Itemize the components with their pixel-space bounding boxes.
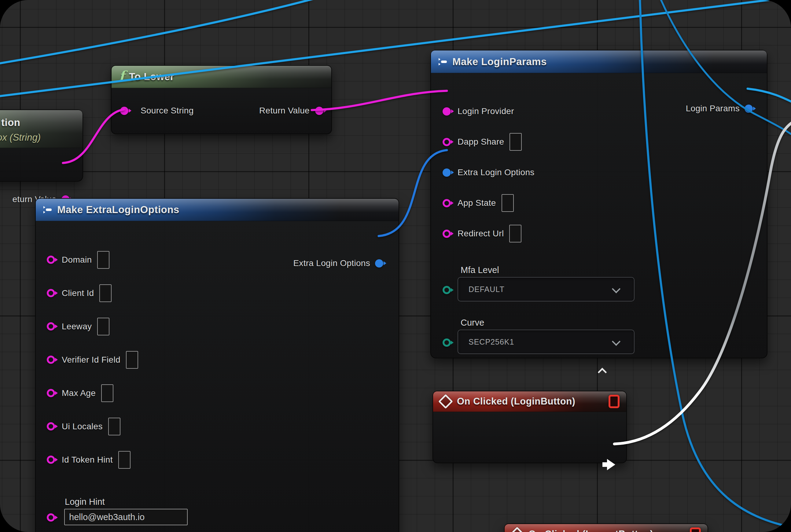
- blueprint-graph-canvas[interactable]: tion ox (String) eturn Value f To Lower …: [0, 0, 791, 532]
- node-make-login-params-header[interactable]: Make LoginParams: [431, 51, 767, 73]
- pin-row: CurveSECP256K1: [443, 302, 635, 354]
- client-id-pin[interactable]: [47, 289, 55, 297]
- pin-label: Extra Login Options: [293, 258, 370, 268]
- pin-label: Source String: [140, 106, 194, 116]
- app-state-text-input[interactable]: [502, 194, 514, 212]
- login-hint-text-input[interactable]: hello@web3auth.io: [64, 509, 188, 525]
- node-textbox-getter[interactable]: tion ox (String) eturn Value: [0, 110, 83, 182]
- pin-row: Mfa LevelDEFAULT: [443, 249, 635, 302]
- make-struct-icon: [42, 205, 52, 214]
- dropdown-value: DEFAULT: [468, 285, 505, 294]
- curve-pin[interactable]: [443, 339, 451, 347]
- pin-label: App State: [458, 198, 496, 208]
- wire-string-lower-to-params[interactable]: [312, 91, 447, 110]
- pin-tail: [451, 341, 454, 345]
- pin-row: Verifier Id Field: [47, 343, 188, 376]
- pin-label: Login Provider: [458, 107, 514, 116]
- verifier-id-field-pin[interactable]: [47, 356, 55, 364]
- pin-label: Return Value: [259, 106, 310, 116]
- node-on-clicked-logout-button-header[interactable]: On Clicked (LogoutButton): [505, 524, 708, 532]
- node-make-extra-login-options[interactable]: Make ExtraLoginOptions DomainClient IdLe…: [35, 198, 399, 532]
- pin-tail: [451, 288, 454, 292]
- pin-tail: [384, 261, 386, 265]
- node-title: On Clicked (LogoutButton): [528, 529, 654, 532]
- pin-tail: [753, 107, 756, 111]
- node-to-lower[interactable]: f To Lower Source String Return Value: [111, 65, 332, 134]
- pin-row: App State: [443, 188, 635, 218]
- redirect-url-text-input[interactable]: [509, 225, 521, 243]
- wire-blue-top-a[interactable]: [0, 0, 338, 65]
- node-title: tion: [1, 117, 20, 128]
- pin-label: Domain: [62, 255, 92, 265]
- node-textbox-getter-header[interactable]: tion ox (String): [0, 110, 82, 148]
- make-struct-icon: [438, 57, 447, 66]
- pin-tail: [55, 258, 58, 262]
- node-make-extra-login-options-header[interactable]: Make ExtraLoginOptions: [36, 199, 399, 221]
- id-token-hint-pin[interactable]: [47, 456, 55, 464]
- node-title: On Clicked (LoginButton): [457, 396, 575, 407]
- chevron-down-icon: [612, 285, 620, 293]
- pin-row: Max Age: [47, 376, 188, 410]
- node-on-clicked-logout-button[interactable]: On Clicked (LogoutButton): [504, 524, 708, 532]
- event-diamond-icon: [510, 527, 524, 532]
- id-token-hint-text-input[interactable]: [118, 451, 131, 469]
- redirect-url-pin[interactable]: [443, 230, 451, 238]
- pin-label: Max Age: [62, 388, 96, 398]
- pin-label: Login Hint: [65, 497, 188, 507]
- ui-locales-text-input[interactable]: [108, 418, 120, 435]
- exec-output-pin-icon[interactable]: [602, 458, 616, 471]
- app-state-pin[interactable]: [443, 199, 451, 207]
- dropdown-value: SECP256K1: [468, 338, 514, 346]
- max-age-pin[interactable]: [47, 389, 55, 397]
- node-make-login-params[interactable]: Make LoginParams Login ProviderDapp Shar…: [430, 50, 768, 358]
- curve-dropdown[interactable]: SECP256K1: [458, 329, 635, 354]
- pin-label: Id Token Hint: [62, 455, 113, 465]
- pin-row: Leeway: [47, 310, 188, 343]
- pin-row: Dapp Share: [443, 127, 635, 157]
- widget-event-icon: [690, 527, 701, 532]
- domain-text-input[interactable]: [97, 251, 110, 269]
- login-provider-pin[interactable]: [443, 107, 451, 116]
- domain-pin[interactable]: [47, 255, 55, 264]
- widget-event-icon: [609, 395, 619, 408]
- leeway-text-input[interactable]: [97, 318, 110, 336]
- event-diamond-icon: [438, 394, 453, 409]
- node-title: Make LoginParams: [452, 56, 547, 68]
- node-on-clicked-login-button[interactable]: On Clicked (LoginButton): [432, 391, 627, 463]
- pin-label: Leeway: [62, 322, 92, 331]
- login-hint-pin[interactable]: [47, 513, 55, 521]
- pin-tail: [451, 140, 454, 144]
- pin-row: Login Provider: [443, 96, 635, 127]
- node-title: Make ExtraLoginOptions: [57, 204, 179, 215]
- collapse-pins-chevron-icon[interactable]: [598, 367, 606, 375]
- pin-label: Dapp Share: [458, 137, 504, 147]
- pin-tail: [55, 324, 58, 328]
- extra-login-options-pin[interactable]: [375, 259, 383, 268]
- pin-row: Acr Values: [47, 525, 188, 532]
- node-on-clicked-login-button-header[interactable]: On Clicked (LoginButton): [433, 391, 626, 412]
- max-age-text-input[interactable]: [101, 384, 113, 402]
- pin-row: Ui Locales: [47, 410, 188, 443]
- extra-login-options-pin[interactable]: [443, 169, 451, 177]
- pin-tail: [451, 171, 454, 175]
- node-subtitle: ox (String): [0, 132, 41, 143]
- ui-locales-pin[interactable]: [47, 422, 55, 431]
- pin-row: Id Token Hint: [47, 443, 188, 476]
- dapp-share-pin[interactable]: [443, 138, 451, 146]
- verifier-id-field-text-input[interactable]: [126, 351, 138, 369]
- pin-tail: [55, 458, 58, 462]
- pin-label: Mfa Level: [461, 265, 635, 275]
- pin-tail: [451, 201, 454, 205]
- mfa-level-dropdown[interactable]: DEFAULT: [458, 277, 635, 302]
- dapp-share-text-input[interactable]: [509, 133, 522, 151]
- pin-label: Client Id: [62, 288, 94, 298]
- pin-label: Ui Locales: [62, 422, 103, 432]
- leeway-pin[interactable]: [47, 322, 55, 330]
- pin-tail: [55, 391, 58, 395]
- pin-row: Extra Login Options: [443, 157, 635, 188]
- mfa-level-pin[interactable]: [443, 286, 451, 294]
- pin-tail: [55, 291, 58, 295]
- client-id-text-input[interactable]: [99, 284, 112, 302]
- pin-label: Login Params: [686, 103, 740, 113]
- pin-label: Verifier Id Field: [62, 355, 120, 365]
